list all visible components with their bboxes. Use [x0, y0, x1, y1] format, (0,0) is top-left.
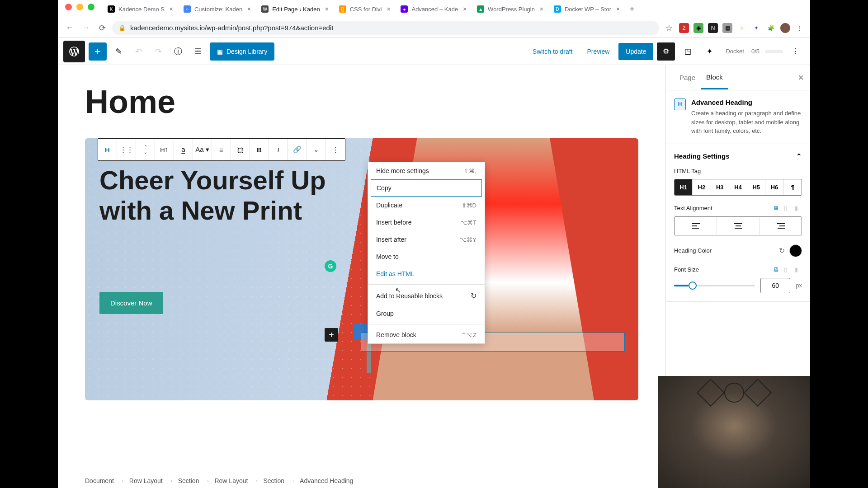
- discover-button[interactable]: Discover Now: [99, 292, 163, 314]
- breadcrumb-item[interactable]: Row Layout: [214, 477, 248, 484]
- tab-close-icon[interactable]: ×: [538, 6, 545, 12]
- text-color-icon[interactable]: a̲: [174, 139, 193, 160]
- tab-close-icon[interactable]: ×: [462, 6, 468, 12]
- align-icon[interactable]: ≡: [212, 139, 231, 160]
- nav-back[interactable]: ←: [63, 22, 76, 34]
- window-maximize[interactable]: [88, 4, 94, 10]
- font-size-slider[interactable]: [674, 285, 755, 286]
- slider-thumb[interactable]: [689, 282, 697, 290]
- ext-icon-3[interactable]: N: [708, 23, 718, 33]
- device-desktop-icon[interactable]: 🖥: [773, 205, 780, 212]
- ext-icon-4[interactable]: ▦: [722, 23, 732, 33]
- tab-close-icon[interactable]: ×: [324, 6, 330, 12]
- breadcrumb-item[interactable]: Document: [85, 477, 114, 484]
- bookmark-star-icon[interactable]: ☆: [663, 22, 675, 34]
- tag-option[interactable]: H5: [747, 179, 765, 195]
- drag-handle-icon[interactable]: ⋮⋮: [117, 139, 136, 160]
- menu-item[interactable]: Group: [368, 305, 485, 322]
- info-icon[interactable]: ⓘ: [170, 43, 186, 60]
- tag-option[interactable]: H4: [729, 179, 747, 195]
- ext-icon-1[interactable]: 2: [679, 23, 689, 33]
- align-right[interactable]: [760, 217, 802, 235]
- color-reset-icon[interactable]: ↻: [779, 246, 785, 255]
- align-left[interactable]: [675, 217, 717, 235]
- bold-icon[interactable]: B: [250, 139, 269, 160]
- breadcrumb-item[interactable]: Advanced Heading: [300, 477, 353, 484]
- redo-icon[interactable]: ↷: [150, 43, 166, 60]
- menu-item[interactable]: Duplicate⇧⌘D: [368, 197, 485, 214]
- tab-close-icon[interactable]: ×: [385, 6, 392, 12]
- breadcrumb-item[interactable]: Section: [263, 477, 284, 484]
- link-icon[interactable]: 🔗: [288, 139, 307, 160]
- fs-device-tablet-icon[interactable]: ▯: [784, 266, 791, 273]
- menu-item[interactable]: Add to Reusable blocks↻: [368, 286, 485, 305]
- menu-item[interactable]: Copy: [371, 179, 482, 197]
- tag-option[interactable]: H2: [693, 179, 711, 195]
- breadcrumb-item[interactable]: Row Layout: [129, 477, 163, 484]
- font-size-input[interactable]: [760, 278, 790, 293]
- window-close[interactable]: [65, 4, 72, 10]
- tag-option[interactable]: ¶: [784, 179, 802, 195]
- ext-icon-6[interactable]: ✦: [751, 23, 761, 33]
- more-menu-icon[interactable]: ⋮: [787, 42, 805, 61]
- window-minimize[interactable]: [76, 4, 83, 10]
- browser-tab[interactable]: ●Advanced – Kade×: [396, 3, 472, 15]
- tab-block[interactable]: Block: [701, 66, 728, 89]
- design-library-button[interactable]: ▦ Design Library: [210, 42, 274, 61]
- preview-button[interactable]: Preview: [582, 44, 615, 59]
- tag-option[interactable]: H1: [675, 179, 693, 195]
- profile-avatar[interactable]: [780, 23, 790, 33]
- page-title[interactable]: Home: [85, 83, 638, 120]
- menu-item[interactable]: Remove block⌃⌥Z: [368, 326, 485, 343]
- heading-settings-panel[interactable]: Heading Settings ⌃: [674, 152, 802, 160]
- more-format-icon[interactable]: ⌄: [307, 139, 326, 160]
- browser-tab[interactable]: KKadence Demo S×: [103, 3, 179, 15]
- align-center[interactable]: [717, 217, 760, 235]
- jetpack-icon[interactable]: ✦: [700, 42, 718, 61]
- ext-icon-5[interactable]: ≡: [737, 23, 747, 33]
- device-mobile-icon[interactable]: ▮: [795, 205, 802, 212]
- add-block-button[interactable]: +: [89, 42, 107, 61]
- browser-menu-icon[interactable]: ⋮: [795, 23, 805, 33]
- menu-item[interactable]: Hide more settings⇧⌘,: [368, 162, 485, 179]
- copy-icon[interactable]: ⿻: [231, 139, 250, 160]
- menu-item[interactable]: Move to: [368, 248, 485, 265]
- nav-forward[interactable]: →: [80, 22, 92, 34]
- hero-heading[interactable]: Cheer Yourself Up with a New Print: [99, 165, 344, 225]
- tab-close-icon[interactable]: ×: [615, 6, 621, 12]
- add-block-inline[interactable]: +: [325, 328, 338, 342]
- breadcrumb-item[interactable]: Section: [178, 477, 199, 484]
- close-sidebar-icon[interactable]: ×: [798, 72, 804, 84]
- tab-close-icon[interactable]: ×: [168, 6, 175, 12]
- browser-tab[interactable]: ○Customize: Kaden×: [179, 3, 257, 15]
- new-tab-button[interactable]: +: [626, 3, 638, 15]
- kadence-icon[interactable]: ◳: [679, 42, 697, 61]
- color-swatch[interactable]: [789, 244, 802, 257]
- device-tablet-icon[interactable]: ▯: [784, 205, 791, 212]
- extensions-icon[interactable]: 🧩: [766, 23, 776, 33]
- block-type-icon[interactable]: H: [98, 139, 117, 160]
- tag-option[interactable]: H6: [765, 179, 783, 195]
- menu-item[interactable]: Edit as HTML: [368, 265, 485, 282]
- italic-icon[interactable]: I: [269, 139, 288, 160]
- undo-icon[interactable]: ↶: [130, 43, 146, 60]
- tab-page[interactable]: Page: [674, 66, 701, 89]
- grammarly-icon[interactable]: G: [325, 260, 336, 272]
- browser-tab[interactable]: ▲WordPress Plugin×: [472, 3, 549, 15]
- browser-tab[interactable]: DDocket WP – Stor×: [549, 3, 626, 15]
- edit-tool-icon[interactable]: ✎: [110, 43, 127, 60]
- fs-device-desktop-icon[interactable]: 🖥: [773, 266, 780, 273]
- settings-gear-icon[interactable]: ⚙: [657, 42, 675, 61]
- switch-to-draft[interactable]: Switch to draft: [527, 44, 578, 59]
- url-field[interactable]: 🔒 kadencedemo.mysites.io/wp-admin/post.p…: [112, 21, 659, 35]
- tab-close-icon[interactable]: ×: [246, 6, 252, 12]
- hero-section[interactable]: H ⋮⋮ ⌃⌄ H1 a̲ Aa ▾ ≡ ⿻ B I 🔗 ⌄: [85, 138, 638, 400]
- move-arrows-icon[interactable]: ⌃⌄: [136, 139, 155, 160]
- browser-tab[interactable]: {}CSS for Divi×: [335, 3, 396, 15]
- menu-item[interactable]: Insert after⌥⌘Y: [368, 231, 485, 248]
- block-options-icon[interactable]: ⋮: [326, 139, 345, 160]
- fs-device-mobile-icon[interactable]: ▮: [795, 266, 802, 273]
- typography-icon[interactable]: Aa ▾: [193, 139, 212, 160]
- browser-tab[interactable]: WEdit Page ‹ Kaden×: [257, 3, 335, 15]
- wordpress-logo[interactable]: [63, 41, 85, 62]
